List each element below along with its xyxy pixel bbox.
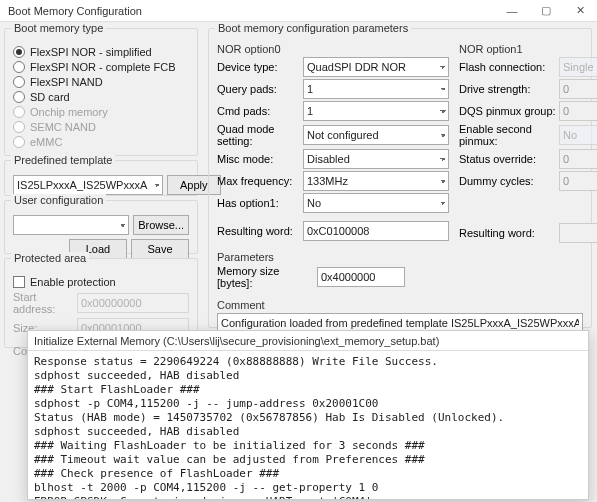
radio-icon — [13, 121, 25, 133]
flash-connection-select: Single port A — [559, 57, 597, 77]
radio-icon — [13, 76, 25, 88]
status-override-field — [559, 149, 597, 169]
group-legend: User configuration — [11, 194, 106, 206]
start-address-field: 0x00000000 — [77, 293, 189, 313]
group-legend: Boot memory configuration parameters — [215, 22, 411, 34]
maximize-button[interactable]: ▢ — [529, 0, 563, 22]
enable-protection-checkbox[interactable]: Enable protection — [13, 276, 189, 288]
max-frequency-select[interactable]: 133MHz — [303, 171, 449, 191]
predef-template-group: Predefined template IS25LPxxxA_IS25WPxxx… — [4, 160, 198, 196]
console-output: Response status = 2290649224 (0x88888888… — [28, 351, 588, 499]
radio-icon — [13, 136, 25, 148]
query-pads-select[interactable]: 1 — [303, 79, 449, 99]
group-legend: Boot memory type — [11, 22, 106, 34]
boot-type-option-4: Onchip memory — [13, 106, 189, 118]
nor-option0-title: NOR option0 — [217, 43, 449, 55]
device-type-select[interactable]: QuadSPI DDR NOR — [303, 57, 449, 77]
user-config-select[interactable] — [13, 215, 129, 235]
comment-title: Comment — [217, 299, 583, 311]
browse-button[interactable]: Browse... — [133, 215, 189, 235]
boot-type-option-3[interactable]: SD card — [13, 91, 189, 103]
group-legend: Protected area — [11, 252, 89, 264]
boot-memory-type-group: Boot memory type FlexSPI NOR - simplifie… — [4, 28, 198, 156]
drive-strength-field — [559, 79, 597, 99]
titlebar: Boot Memory Configuration — ▢ ✕ — [0, 0, 597, 22]
console-title: Initialize External Memory (C:\Users\lij… — [28, 331, 588, 351]
boot-type-option-5: SEMC NAND — [13, 121, 189, 133]
dqs-pinmux-field — [559, 101, 597, 121]
second-pinmux-select: No — [559, 125, 597, 145]
minimize-button[interactable]: — — [495, 0, 529, 22]
has-option1-select[interactable]: No — [303, 193, 449, 213]
boot-config-params-group: Boot memory configuration parameters NOR… — [208, 28, 592, 328]
radio-icon — [13, 46, 25, 58]
radio-icon — [13, 91, 25, 103]
predef-template-select[interactable]: IS25LPxxxA_IS25WPxxxA — [13, 175, 163, 195]
boot-type-option-1[interactable]: FlexSPI NOR - complete FCB — [13, 61, 189, 73]
window-title: Boot Memory Configuration — [8, 5, 142, 17]
close-button[interactable]: ✕ — [563, 0, 597, 22]
boot-type-option-6: eMMC — [13, 136, 189, 148]
memory-size-field[interactable] — [317, 267, 405, 287]
radio-icon — [13, 106, 25, 118]
dummy-cycles-field — [559, 171, 597, 191]
nor-option1-title: NOR option1 — [459, 43, 597, 55]
start-address-label: Start address: — [13, 291, 73, 315]
resulting-word1-field — [559, 223, 597, 243]
cmd-pads-select[interactable]: 1 — [303, 101, 449, 121]
user-config-group: User configuration Browse... Load Save — [4, 200, 198, 254]
radio-icon — [13, 61, 25, 73]
console-panel: Initialize External Memory (C:\Users\lij… — [27, 330, 589, 500]
resulting-word0-field[interactable] — [303, 221, 449, 241]
boot-type-option-2[interactable]: FlexSPI NAND — [13, 76, 189, 88]
parameters-title: Parameters — [217, 251, 583, 263]
misc-mode-select[interactable]: Disabled — [303, 149, 449, 169]
group-legend: Predefined template — [11, 154, 115, 166]
boot-type-option-0[interactable]: FlexSPI NOR - simplified — [13, 46, 189, 58]
quad-mode-select[interactable]: Not configured — [303, 125, 449, 145]
save-button[interactable]: Save — [131, 239, 189, 259]
